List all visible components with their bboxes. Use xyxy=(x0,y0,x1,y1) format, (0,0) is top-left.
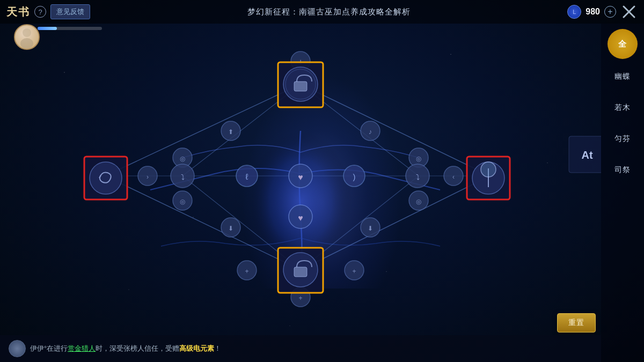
sidebar-item-all[interactable]: 全 xyxy=(608,29,638,59)
svg-point-60 xyxy=(283,253,318,287)
feedback-button[interactable]: 意见反馈 xyxy=(50,4,90,19)
svg-text:⤵: ⤵ xyxy=(416,173,420,181)
svg-point-25 xyxy=(138,166,157,186)
svg-line-9 xyxy=(182,84,301,176)
svg-point-45 xyxy=(361,218,380,237)
svg-text:◎: ◎ xyxy=(180,155,185,162)
svg-text:◎: ◎ xyxy=(180,198,185,205)
svg-text:⬆: ⬆ xyxy=(228,128,233,136)
skill-tree-area: + ⬆ ◎ ♪ ◎ › ⤵ ‹ ⤵ ℓ ) ♥ ♥ ⬇ xyxy=(0,24,601,335)
svg-rect-68 xyxy=(569,136,601,173)
svg-point-33 xyxy=(236,165,258,187)
close-button[interactable] xyxy=(620,3,638,20)
svg-text:◎: ◎ xyxy=(416,155,421,162)
svg-point-19 xyxy=(173,148,192,167)
svg-text:‹: ‹ xyxy=(452,173,455,181)
sidebar-item-youdie[interactable]: 幽蝶 xyxy=(606,63,639,90)
bottom-bar: 伊伊°在进行赏金猎人时，深受张榜人信任，受赠高级电元素！ xyxy=(0,335,601,362)
right-sidebar: 全 幽蝶 若木 匀芬 司祭 xyxy=(601,24,644,362)
svg-point-21 xyxy=(361,121,380,141)
svg-point-23 xyxy=(409,148,428,167)
svg-point-29 xyxy=(444,166,463,186)
svg-line-6 xyxy=(301,84,490,176)
svg-point-63 xyxy=(90,162,122,194)
svg-text:+: + xyxy=(245,268,248,275)
svg-text:ℓ: ℓ xyxy=(245,172,248,181)
svg-point-49 xyxy=(237,261,257,280)
svg-line-11 xyxy=(182,176,301,270)
svg-text:): ) xyxy=(353,172,356,181)
svg-text:◎: ◎ xyxy=(416,198,421,205)
svg-text:⤵: ⤵ xyxy=(181,173,185,181)
svg-point-39 xyxy=(289,205,312,228)
tianshu-label: 天书 xyxy=(6,5,30,19)
svg-point-41 xyxy=(221,218,240,237)
svg-rect-55 xyxy=(278,62,323,107)
bottom-avatar xyxy=(9,340,26,357)
msg-highlight: 高级电元素 xyxy=(179,344,214,352)
svg-point-53 xyxy=(291,287,310,307)
svg-point-31 xyxy=(406,164,429,188)
svg-point-27 xyxy=(171,164,194,188)
svg-text:+: + xyxy=(298,294,302,302)
svg-line-5 xyxy=(105,84,301,176)
svg-point-67 xyxy=(481,162,496,177)
close-icon xyxy=(621,4,636,19)
topbar-title: 梦幻新征程：南疆古巫加点养成攻略全解析 xyxy=(97,7,561,17)
svg-point-65 xyxy=(472,162,504,194)
sidebar-item-ruomu[interactable]: 若木 xyxy=(606,94,639,121)
svg-point-51 xyxy=(345,261,364,280)
msg-normal1: 伊伊°在进行 xyxy=(30,344,68,352)
svg-rect-57 xyxy=(294,82,307,91)
topbar-left: 天书 ? 意见反馈 xyxy=(0,4,97,19)
topbar-right: L 980 + xyxy=(561,3,644,20)
svg-line-12 xyxy=(301,176,419,270)
msg-link[interactable]: 赏金猎人 xyxy=(68,344,96,352)
svg-text:+: + xyxy=(352,268,356,275)
svg-text:At: At xyxy=(581,149,592,161)
svg-rect-64 xyxy=(467,157,510,200)
svg-point-37 xyxy=(289,164,312,188)
svg-line-10 xyxy=(301,84,419,176)
top-bar: 天书 ? 意见反馈 梦幻新征程：南疆古巫加点养成攻略全解析 L 980 + xyxy=(0,0,644,24)
msg-normal3: ！ xyxy=(214,344,221,352)
svg-text:›: › xyxy=(147,173,149,181)
svg-line-7 xyxy=(105,176,301,270)
svg-rect-61 xyxy=(294,267,307,277)
sidebar-item-siji[interactable]: 司祭 xyxy=(606,157,639,183)
svg-rect-59 xyxy=(278,248,323,293)
svg-point-4 xyxy=(215,72,386,308)
help-icon[interactable]: ? xyxy=(34,6,46,18)
currency-amount: 980 xyxy=(586,7,600,17)
svg-point-15 xyxy=(291,51,310,71)
svg-point-56 xyxy=(283,67,318,101)
svg-point-47 xyxy=(409,191,428,210)
bottom-message: 伊伊°在进行赏金猎人时，深受张榜人信任，受赠高级电元素！ xyxy=(30,344,592,353)
add-currency-button[interactable]: + xyxy=(604,6,616,18)
svg-text:+: + xyxy=(298,57,303,66)
msg-normal2: 时，深受张榜人信任，受赠 xyxy=(96,344,179,352)
svg-text:⬇: ⬇ xyxy=(228,225,233,232)
svg-point-17 xyxy=(221,121,240,141)
svg-text:♥: ♥ xyxy=(298,213,303,223)
svg-point-35 xyxy=(343,165,365,187)
svg-line-8 xyxy=(301,176,490,270)
svg-text:♪: ♪ xyxy=(369,128,372,136)
reset-button[interactable]: 重置 xyxy=(557,313,596,333)
connector-lines: + ⬆ ◎ ♪ ◎ › ⤵ ‹ ⤵ ℓ ) ♥ ♥ ⬇ xyxy=(0,24,601,335)
sidebar-item-jufen[interactable]: 匀芬 xyxy=(606,125,639,152)
svg-text:⬇: ⬇ xyxy=(368,225,373,232)
svg-text:♥: ♥ xyxy=(298,173,303,182)
currency-icon: L xyxy=(567,5,581,19)
svg-rect-62 xyxy=(84,157,127,200)
svg-point-43 xyxy=(173,191,192,210)
svg-point-58 xyxy=(286,69,316,99)
